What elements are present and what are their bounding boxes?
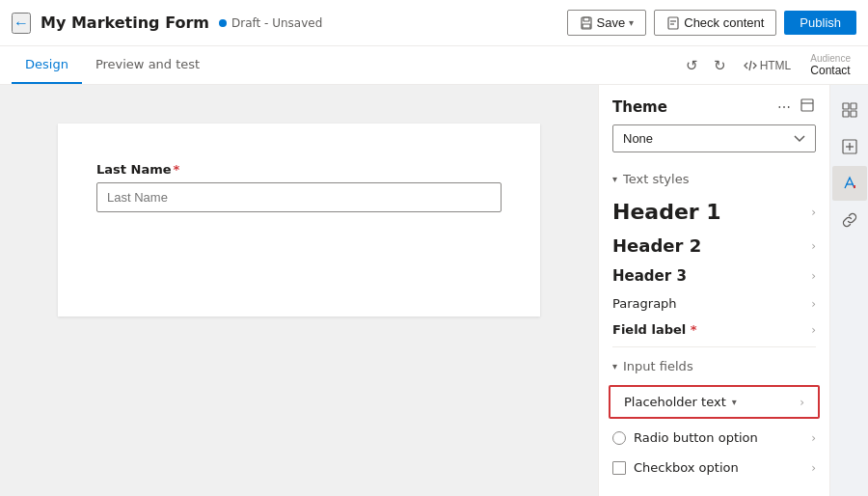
top-bar-right: Save ▾ Check content Publish bbox=[567, 10, 856, 36]
input-fields-label: Input fields bbox=[623, 359, 693, 373]
checkbox-chevron: › bbox=[811, 461, 816, 475]
text-styles-label: Text styles bbox=[623, 172, 689, 186]
main-layout: Last Name* Theme ⋯ bbox=[0, 85, 868, 496]
fieldlabel-label: Field label * bbox=[612, 322, 697, 337]
expand-icon bbox=[800, 98, 814, 112]
para-chevron: › bbox=[811, 297, 816, 311]
grid-icon bbox=[842, 102, 857, 118]
h1-label: Header 1 bbox=[612, 200, 721, 224]
panel-expand-button[interactable] bbox=[799, 96, 816, 117]
canvas-area: Last Name* bbox=[0, 85, 598, 496]
checkbox-label: Checkbox option bbox=[634, 460, 739, 475]
h2-style-item[interactable]: Header 2 › bbox=[599, 230, 829, 262]
undo-button[interactable]: ↺ bbox=[682, 53, 702, 78]
sidebar-link-button[interactable] bbox=[832, 203, 867, 237]
svg-rect-2 bbox=[583, 24, 590, 28]
divider bbox=[612, 346, 816, 347]
input-fields-chevron: ▾ bbox=[612, 361, 617, 372]
radio-label: Radio button option bbox=[634, 430, 758, 445]
radio-button-item[interactable]: Radio button option › bbox=[599, 423, 829, 453]
form-title: My Marketing Form bbox=[41, 14, 209, 32]
svg-rect-10 bbox=[851, 103, 856, 109]
tab-design[interactable]: Design bbox=[12, 46, 82, 84]
svg-rect-9 bbox=[843, 103, 849, 109]
theme-panel: Theme ⋯ None bbox=[598, 85, 829, 496]
nav-actions: ↺ ↻ HTML Audience Contact bbox=[682, 51, 856, 79]
redo-button[interactable]: ↻ bbox=[710, 53, 730, 78]
h2-chevron: › bbox=[811, 239, 816, 253]
field-label: Last Name* bbox=[96, 162, 502, 177]
back-button[interactable]: ← bbox=[12, 13, 31, 34]
field-label-style-item[interactable]: Field label * › bbox=[599, 317, 829, 343]
theme-select[interactable]: None bbox=[612, 124, 816, 152]
panel-options-button[interactable]: ⋯ bbox=[775, 96, 793, 117]
sidebar-add-button[interactable] bbox=[832, 129, 867, 164]
form-canvas: Last Name* bbox=[58, 124, 540, 317]
para-label: Paragraph bbox=[612, 296, 677, 311]
placeholder-chevron: › bbox=[800, 396, 804, 409]
checkbox-item[interactable]: Checkbox option › bbox=[599, 453, 829, 482]
h2-label: Header 2 bbox=[612, 235, 701, 256]
svg-rect-11 bbox=[843, 111, 849, 117]
html-button[interactable]: HTML bbox=[738, 55, 798, 76]
h3-label: Header 3 bbox=[612, 267, 687, 285]
h3-chevron: › bbox=[811, 269, 816, 283]
sidebar-icons bbox=[829, 85, 868, 496]
save-dropdown-icon: ▾ bbox=[629, 17, 634, 28]
audience-button[interactable]: Audience Contact bbox=[804, 51, 856, 79]
h1-style-item[interactable]: Header 1 › bbox=[599, 194, 829, 230]
sidebar-grid-button[interactable] bbox=[832, 93, 867, 127]
link-icon bbox=[842, 212, 857, 228]
options-icon: ⋯ bbox=[777, 99, 791, 115]
publish-button[interactable]: Publish bbox=[784, 11, 856, 35]
save-button[interactable]: Save ▾ bbox=[567, 10, 647, 36]
right-panel: Theme ⋯ None bbox=[598, 85, 868, 496]
last-name-input[interactable] bbox=[96, 182, 502, 212]
draft-label: Draft - Unsaved bbox=[231, 16, 322, 30]
placeholder-label: Placeholder text bbox=[624, 395, 726, 409]
svg-rect-1 bbox=[583, 17, 589, 21]
radio-left: Radio button option bbox=[612, 430, 758, 445]
draft-badge: Draft - Unsaved bbox=[219, 16, 322, 30]
svg-rect-7 bbox=[801, 99, 813, 111]
placeholder-dropdown-icon: ▾ bbox=[732, 397, 737, 407]
top-bar: ← My Marketing Form Draft - Unsaved Save… bbox=[0, 0, 868, 46]
panel-header-icons: ⋯ bbox=[775, 96, 816, 117]
placeholder-left: Placeholder text ▾ bbox=[624, 395, 737, 409]
text-styles-chevron: ▾ bbox=[612, 174, 617, 184]
svg-rect-12 bbox=[851, 111, 856, 117]
required-star: * bbox=[174, 162, 180, 177]
panel-title: Theme bbox=[612, 98, 667, 116]
nav-bar: Design Preview and test ↺ ↻ HTML Audienc… bbox=[0, 46, 868, 85]
radio-chevron: › bbox=[811, 431, 816, 445]
panel-header: Theme ⋯ bbox=[599, 85, 829, 124]
theme-icon bbox=[842, 176, 857, 191]
text-styles-section-header[interactable]: ▾ Text styles bbox=[599, 164, 829, 194]
radio-circle-icon bbox=[612, 431, 626, 445]
check-content-icon bbox=[666, 16, 680, 30]
h3-style-item[interactable]: Header 3 › bbox=[599, 262, 829, 290]
html-icon bbox=[744, 59, 757, 72]
tab-preview[interactable]: Preview and test bbox=[82, 46, 213, 84]
sidebar-theme-button[interactable] bbox=[832, 166, 867, 201]
draft-dot bbox=[219, 19, 227, 27]
nav-tabs: Design Preview and test bbox=[12, 46, 213, 84]
svg-rect-3 bbox=[668, 17, 678, 29]
save-icon bbox=[580, 16, 593, 30]
input-fields-section-header[interactable]: ▾ Input fields bbox=[599, 351, 829, 381]
top-bar-left: ← My Marketing Form Draft - Unsaved bbox=[12, 13, 322, 34]
theme-select-row: None bbox=[599, 124, 829, 164]
checkbox-box-icon bbox=[612, 461, 626, 475]
paragraph-style-item[interactable]: Paragraph › bbox=[599, 290, 829, 317]
svg-line-6 bbox=[749, 61, 751, 70]
h1-chevron: › bbox=[811, 206, 816, 219]
check-content-button[interactable]: Check content bbox=[654, 10, 776, 36]
checkbox-left: Checkbox option bbox=[612, 460, 739, 475]
add-icon bbox=[842, 139, 857, 154]
fieldlabel-chevron: › bbox=[811, 323, 816, 337]
placeholder-text-item[interactable]: Placeholder text ▾ › bbox=[609, 385, 820, 419]
